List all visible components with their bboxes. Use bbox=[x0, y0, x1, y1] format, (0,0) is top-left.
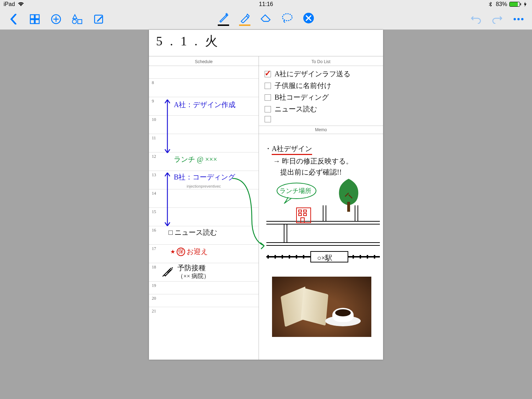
station-label: ○×駅 bbox=[317, 253, 332, 263]
schedule-row: 8 bbox=[149, 79, 259, 97]
back-button[interactable] bbox=[8, 13, 19, 25]
add-page-button[interactable] bbox=[50, 13, 62, 25]
battery-pct: 83% bbox=[496, 1, 507, 7]
sched-entry-coding: B社：コーディング bbox=[174, 172, 235, 182]
device-label: iPad bbox=[4, 1, 15, 7]
svg-rect-31 bbox=[301, 218, 304, 223]
svg-rect-2 bbox=[31, 20, 34, 23]
svg-point-5 bbox=[72, 20, 77, 24]
todo-item[interactable] bbox=[265, 115, 377, 123]
todo-item[interactable]: B社コーディング bbox=[265, 92, 377, 103]
timespan-arrow-2 bbox=[164, 171, 171, 228]
grid-view-button[interactable] bbox=[29, 13, 40, 25]
schedule-row: 20 bbox=[149, 294, 259, 307]
highlighter-tool[interactable] bbox=[239, 12, 250, 26]
wifi-icon bbox=[18, 2, 24, 7]
canvas-area[interactable]: 5 . 1 . 火 Schedule 8 9 A社：デザイン作成 10 11 1… bbox=[0, 30, 532, 399]
schedule-row: 21 bbox=[149, 307, 259, 320]
todo-item[interactable]: A社にデザインラフ送る bbox=[265, 68, 377, 80]
svg-rect-27 bbox=[299, 210, 301, 212]
schedule-row bbox=[149, 66, 259, 79]
edit-note-button[interactable] bbox=[93, 13, 104, 25]
pen-tool[interactable]: ✱ bbox=[218, 12, 229, 26]
svg-rect-29 bbox=[299, 214, 301, 216]
memo-line: → 昨日の修正反映する。 bbox=[265, 156, 379, 166]
svg-point-11 bbox=[514, 18, 516, 20]
lasso-tool[interactable] bbox=[282, 12, 293, 24]
right-column: To Do List A社にデザインラフ送る 子供服に名前付け B社コーディング… bbox=[259, 56, 383, 360]
checkbox-icon[interactable] bbox=[265, 116, 271, 122]
svg-rect-3 bbox=[35, 20, 39, 23]
svg-point-13 bbox=[521, 18, 523, 20]
todo-list: A社にデザインラフ送る 子供服に名前付け B社コーディング ニュース読む bbox=[259, 66, 383, 126]
tools-close-button[interactable] bbox=[303, 12, 314, 24]
undo-button[interactable] bbox=[470, 13, 482, 25]
checkbox-icon[interactable] bbox=[265, 106, 271, 112]
ios-status-bar: iPad 11:16 83% bbox=[0, 0, 532, 9]
memo-label: Memo bbox=[259, 126, 383, 134]
clock: 11:16 bbox=[259, 1, 273, 7]
svg-point-9 bbox=[282, 13, 292, 21]
checkbox-icon[interactable] bbox=[265, 83, 271, 89]
lunch-bubble-text: ランチ場所 bbox=[279, 187, 311, 195]
sched-entry-pickup: ★ 保 お迎え bbox=[170, 247, 208, 256]
eraser-tool[interactable] bbox=[260, 12, 272, 24]
shapes-button[interactable] bbox=[72, 13, 83, 25]
svg-rect-1 bbox=[35, 15, 39, 18]
page-date: 5 . 1 . 火 bbox=[149, 30, 383, 56]
schedule-row: 18 予防接種 （×× 病院） bbox=[149, 263, 259, 282]
app-toolbar: ✱ bbox=[0, 9, 532, 30]
sched-entry-vaccine: 予防接種 （×× 病院） bbox=[177, 264, 210, 280]
checkbox-icon[interactable] bbox=[265, 94, 271, 101]
battery-icon bbox=[509, 2, 520, 7]
svg-rect-30 bbox=[304, 214, 306, 216]
more-button[interactable] bbox=[513, 13, 524, 25]
watermark-text: injectionpreventivec bbox=[187, 184, 221, 188]
sched-entry-lunch: ランチ @ ××× bbox=[174, 155, 217, 164]
note-page[interactable]: 5 . 1 . 火 Schedule 8 9 A社：デザイン作成 10 11 1… bbox=[149, 30, 383, 360]
inserted-photo[interactable] bbox=[272, 277, 371, 337]
schedule-row: 12 ランチ @ ××× bbox=[149, 153, 259, 171]
checkbox-icon[interactable] bbox=[265, 71, 271, 77]
timespan-arrow-1 bbox=[164, 98, 171, 155]
sched-entry-news: □ ニュース読む bbox=[168, 228, 217, 237]
bluetooth-icon bbox=[487, 2, 494, 7]
svg-rect-6 bbox=[78, 20, 82, 24]
memo-area: ・A社デザイン → 昨日の修正反映する。 提出前に必ず確認!! bbox=[259, 134, 383, 360]
todo-label: To Do List bbox=[259, 58, 383, 66]
svg-rect-28 bbox=[304, 210, 306, 212]
todo-item[interactable]: 子供服に名前付け bbox=[265, 80, 377, 92]
sched-entry-design: A社：デザイン作成 bbox=[174, 100, 235, 110]
charging-icon bbox=[522, 2, 528, 7]
svg-text:✱: ✱ bbox=[225, 12, 228, 16]
svg-point-12 bbox=[517, 18, 520, 20]
syringe-icon bbox=[161, 265, 174, 278]
todo-item[interactable]: ニュース読む bbox=[265, 103, 377, 115]
schedule-label: Schedule bbox=[149, 58, 259, 66]
map-sketch: ランチ場所 bbox=[265, 182, 379, 275]
memo-heading: A社デザイン bbox=[272, 144, 312, 155]
redo-button[interactable] bbox=[492, 13, 503, 25]
schedule-row: 19 bbox=[149, 282, 259, 294]
svg-rect-0 bbox=[31, 15, 34, 18]
